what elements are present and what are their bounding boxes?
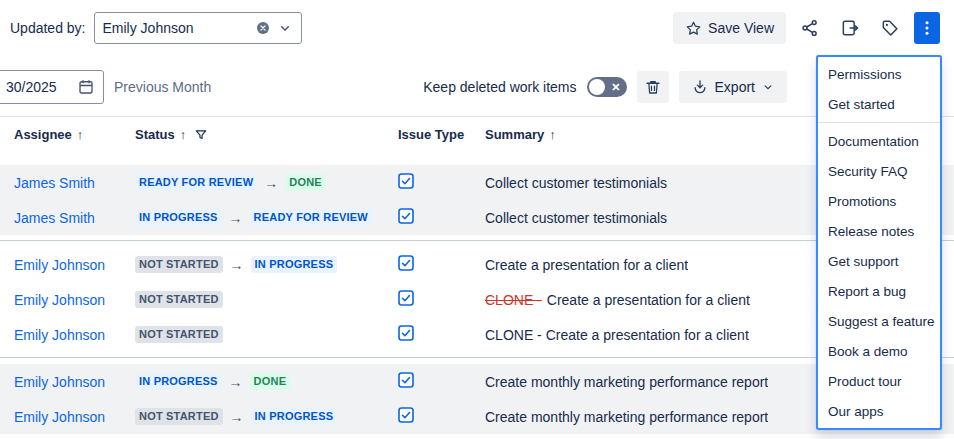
status-to-badge: READY FOR REVIEW bbox=[250, 209, 372, 226]
status-arrow-icon: → bbox=[230, 409, 244, 425]
status-from-badge: NOT STARTED bbox=[135, 326, 223, 343]
task-checkbox-icon bbox=[398, 407, 414, 423]
column-header-issue-type[interactable]: Issue Type bbox=[398, 127, 485, 142]
menu-item[interactable]: Release notes bbox=[818, 216, 940, 246]
work-items-table: Assignee ↑ Status ↑ Issue Type Summary ↑… bbox=[0, 116, 954, 434]
assignee-link[interactable]: Emily Johnson bbox=[14, 292, 105, 308]
summary-text: Create monthly marketing performance rep… bbox=[485, 409, 768, 425]
updated-by-value: Emily Johnson bbox=[103, 20, 249, 36]
keep-deleted-toggle[interactable]: ✕ bbox=[587, 77, 627, 97]
status-cell: IN PROGRESS → DONE bbox=[135, 373, 398, 390]
status-to-badge: IN PROGRESS bbox=[251, 408, 338, 425]
issue-type-cell bbox=[398, 325, 485, 344]
menu-item[interactable]: Promotions bbox=[818, 186, 940, 216]
menu-item[interactable]: Book a demo bbox=[818, 336, 940, 366]
sort-asc-icon[interactable]: ↑ bbox=[180, 127, 187, 142]
chevron-down-icon[interactable] bbox=[277, 20, 293, 36]
save-view-button[interactable]: Save View bbox=[673, 12, 786, 44]
issue-type-cell bbox=[398, 208, 485, 227]
issue-type-cell bbox=[398, 255, 485, 274]
table-row[interactable]: Emily Johnson NOT STARTED → IN PROGRESS … bbox=[0, 399, 954, 434]
column-header-status[interactable]: Status ↑ bbox=[135, 127, 398, 142]
kebab-icon bbox=[918, 19, 936, 37]
issue-type-cell bbox=[398, 290, 485, 309]
menu-item[interactable]: Documentation bbox=[818, 126, 940, 156]
date-input[interactable]: 30/2025 bbox=[0, 70, 104, 104]
status-cell: NOT STARTED bbox=[135, 326, 398, 343]
clear-filter-icon[interactable] bbox=[255, 20, 271, 36]
summary-text: Create a presentation for a client bbox=[547, 292, 750, 308]
group-separator bbox=[0, 352, 954, 364]
table-body: James Smith READY FOR REVIEW → DONE Coll… bbox=[0, 152, 954, 434]
export-button[interactable]: Export bbox=[679, 71, 787, 103]
duplicate-button[interactable] bbox=[834, 12, 866, 44]
menu-item[interactable]: Security FAQ bbox=[818, 156, 940, 186]
toggle-off-icon: ✕ bbox=[611, 80, 620, 94]
export-label: Export bbox=[715, 79, 755, 95]
status-cell: NOT STARTED → IN PROGRESS bbox=[135, 408, 398, 425]
status-from-badge: IN PROGRESS bbox=[135, 209, 222, 226]
menu-item[interactable]: Suggest a feature bbox=[818, 306, 940, 336]
status-to-badge: DONE bbox=[285, 174, 326, 191]
issue-type-cell bbox=[398, 372, 485, 391]
table-header: Assignee ↑ Status ↑ Issue Type Summary ↑ bbox=[0, 116, 954, 152]
task-checkbox-icon bbox=[398, 173, 414, 189]
assignee-cell: Emily Johnson bbox=[14, 257, 135, 273]
share-button[interactable] bbox=[794, 12, 826, 44]
status-cell: READY FOR REVIEW → DONE bbox=[135, 174, 398, 191]
table-row[interactable]: James Smith IN PROGRESS → READY FOR REVI… bbox=[0, 200, 954, 235]
menu-item[interactable]: Report a bug bbox=[818, 276, 940, 306]
assignee-link[interactable]: James Smith bbox=[14, 175, 95, 191]
status-header-label: Status bbox=[135, 127, 175, 142]
summary-header-label: Summary bbox=[485, 127, 544, 142]
issue-type-header-label: Issue Type bbox=[398, 127, 464, 142]
assignee-cell: Emily Johnson bbox=[14, 327, 135, 343]
assignee-link[interactable]: Emily Johnson bbox=[14, 409, 105, 425]
topbar: Updated by: Emily Johnson Save View bbox=[0, 0, 954, 56]
assignee-link[interactable]: Emily Johnson bbox=[14, 257, 105, 273]
table-row[interactable]: Emily Johnson NOT STARTED CLONE - Create… bbox=[0, 317, 954, 352]
assignee-link[interactable]: Emily Johnson bbox=[14, 327, 105, 343]
more-menu-button[interactable] bbox=[914, 12, 940, 44]
sort-asc-icon[interactable]: ↑ bbox=[77, 127, 84, 142]
filter-icon[interactable] bbox=[194, 128, 208, 142]
previous-month-link[interactable]: Previous Month bbox=[114, 79, 211, 95]
issue-type-cell bbox=[398, 407, 485, 426]
status-cell: NOT STARTED → IN PROGRESS bbox=[135, 256, 398, 273]
menu-item[interactable]: Get started bbox=[818, 89, 940, 119]
assignee-link[interactable]: Emily Johnson bbox=[14, 374, 105, 390]
toggle-knob bbox=[589, 79, 605, 95]
column-header-assignee[interactable]: Assignee ↑ bbox=[14, 127, 135, 142]
menu-item[interactable]: Product tour bbox=[818, 366, 940, 396]
star-icon bbox=[685, 20, 702, 37]
group-separator bbox=[0, 235, 954, 247]
tag-button[interactable] bbox=[874, 12, 906, 44]
summary-text: CLONE - Create a presentation for a clie… bbox=[485, 327, 749, 343]
status-to-badge: IN PROGRESS bbox=[251, 256, 338, 273]
table-row[interactable]: Emily Johnson NOT STARTED CLONE - Create… bbox=[0, 282, 954, 317]
tag-icon bbox=[880, 18, 900, 38]
assignee-cell: Emily Johnson bbox=[14, 292, 135, 308]
updated-by-filter[interactable]: Emily Johnson bbox=[94, 12, 302, 44]
menu-item[interactable]: Get support bbox=[818, 246, 940, 276]
date-value: 30/2025 bbox=[6, 79, 69, 95]
menu-item[interactable]: Our apps bbox=[818, 396, 940, 426]
assignee-cell: Emily Johnson bbox=[14, 409, 135, 425]
menu-item[interactable]: Permissions bbox=[818, 59, 940, 89]
table-row[interactable]: Emily Johnson IN PROGRESS → DONE Create … bbox=[0, 364, 954, 399]
keep-deleted-label: Keep deleted work items bbox=[423, 79, 576, 95]
sort-asc-icon[interactable]: ↑ bbox=[549, 127, 556, 142]
status-arrow-icon: → bbox=[229, 374, 243, 390]
app-root: Updated by: Emily Johnson Save View bbox=[0, 0, 954, 439]
task-checkbox-icon bbox=[398, 372, 414, 388]
delete-button[interactable] bbox=[637, 71, 669, 103]
summary-text: Create a presentation for a client bbox=[485, 257, 688, 273]
duplicate-icon bbox=[840, 18, 860, 38]
assignee-header-label: Assignee bbox=[14, 127, 72, 142]
calendar-icon[interactable] bbox=[77, 78, 95, 96]
table-row[interactable]: Emily Johnson NOT STARTED → IN PROGRESS … bbox=[0, 247, 954, 282]
task-checkbox-icon bbox=[398, 208, 414, 224]
menu-divider bbox=[818, 122, 940, 123]
table-row[interactable]: James Smith READY FOR REVIEW → DONE Coll… bbox=[0, 165, 954, 200]
assignee-link[interactable]: James Smith bbox=[14, 210, 95, 226]
